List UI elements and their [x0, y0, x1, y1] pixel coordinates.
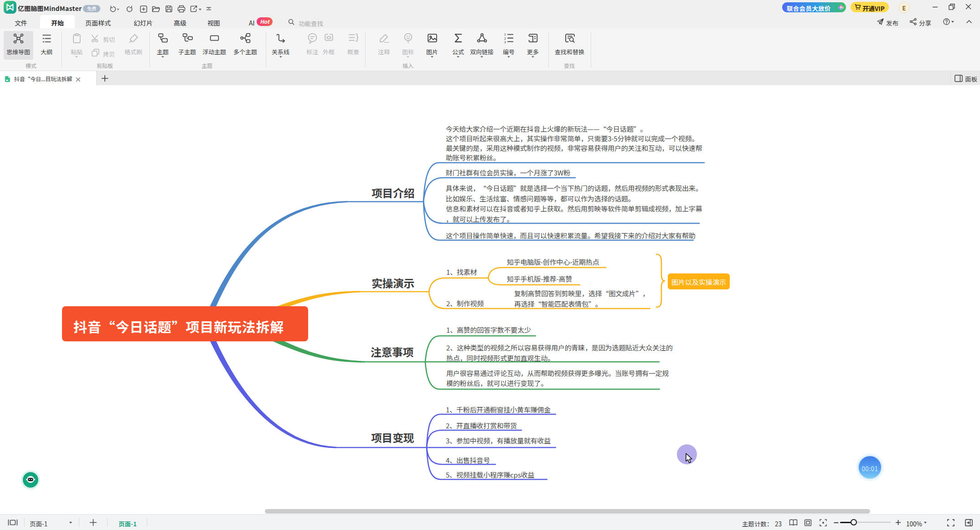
svg-text:3: 3 — [504, 40, 506, 44]
